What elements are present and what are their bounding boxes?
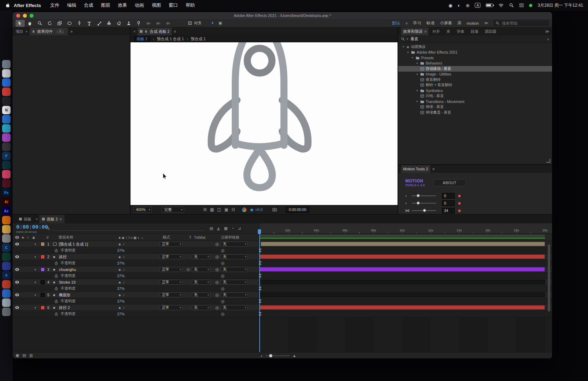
tab-2[interactable]: 库 <box>446 29 450 34</box>
offset-left-control[interactable]: ‹0 <box>398 193 552 199</box>
dock-app-07[interactable] <box>2 115 11 123</box>
twirl-icon[interactable]: ▾ <box>416 62 419 65</box>
tree-folder[interactable]: ▾Image - Utilities <box>398 72 552 77</box>
breadcrumb-item[interactable]: 预合成 1 <box>191 36 206 42</box>
twirl-icon[interactable]: ▾ <box>406 51 410 54</box>
layer-row[interactable]: ▾4★Stroke 19♣∕正常▾无▾◎无▾ <box>13 279 259 285</box>
layer-twirl[interactable]: ▾ <box>35 266 36 273</box>
header-mode[interactable]: 模式 <box>163 234 170 241</box>
playhead[interactable] <box>258 229 261 234</box>
tree-preset[interactable]: 闪电 - 垂直 <box>398 93 552 99</box>
opacity-pickwhip-icon[interactable]: ◎ <box>221 260 224 266</box>
close-tab-icon[interactable]: × <box>25 29 28 34</box>
opacity-value[interactable]: 37% <box>117 298 125 304</box>
current-time-display[interactable]: 0:00:00:00 <box>16 224 48 230</box>
layer-trkmat-dropdown[interactable]: 无▾ <box>192 305 210 310</box>
spotlight-icon[interactable] <box>509 3 514 8</box>
twirl-icon[interactable]: ▾ <box>411 56 414 59</box>
opacity-row[interactable]: 不透明度37%◎ <box>13 311 259 317</box>
tab-1[interactable]: 对齐 <box>432 29 440 34</box>
minimize-window-button[interactable] <box>23 14 27 18</box>
workspace-学习[interactable]: 学习 <box>413 20 421 26</box>
squash-control[interactable]: ⋈34 <box>398 207 552 214</box>
frame-blend-icon[interactable]: ▦ <box>224 226 228 231</box>
active-app-name[interactable]: After Effects <box>14 3 41 8</box>
offset-left-control-keyframe-dot[interactable] <box>458 195 461 197</box>
offset-left-control-icon[interactable]: ‹ <box>405 193 407 198</box>
layer-switches[interactable]: ♣∕ <box>119 304 127 311</box>
layer-name[interactable]: 路径 <box>59 254 67 260</box>
dock-app-20[interactable] <box>2 234 11 243</box>
menu-item-3[interactable]: 合成 <box>84 2 93 8</box>
layer-switches[interactable]: ♣∕ <box>119 254 127 260</box>
layer-switches[interactable]: ♣∕ <box>119 279 127 285</box>
trkmat-toggle-icon[interactable]: ⊡ <box>187 266 190 273</box>
twirl-icon[interactable]: ▾ <box>416 100 419 103</box>
dock-app-09[interactable] <box>2 133 11 142</box>
tree-preset[interactable]: 翻转 + 垂直翻转 <box>398 83 552 88</box>
squash-control-keyframe-dot[interactable] <box>458 210 461 212</box>
dock-app-08[interactable] <box>2 124 11 133</box>
workspace-小屏幕[interactable]: 小屏幕 <box>440 20 452 26</box>
apple-menu-icon[interactable] <box>5 3 10 8</box>
lock-column-icon[interactable] <box>32 234 36 241</box>
tab-project[interactable]: 项目 <box>16 29 23 34</box>
type-tool[interactable] <box>85 20 94 27</box>
dock-trash[interactable] <box>2 308 11 316</box>
dock-app-24[interactable]: A <box>2 271 11 279</box>
brush-tool[interactable] <box>95 20 104 27</box>
layer-row[interactable]: ▾6★路径 2♣∕正常▾无▾◎无▾ <box>13 304 259 311</box>
input-source-icon[interactable]: A <box>475 3 480 8</box>
transfer-controls-icon[interactable]: ▥ <box>29 353 33 358</box>
opacity-value[interactable]: 37% <box>117 260 125 266</box>
selection-tool[interactable] <box>16 20 25 27</box>
offset-right-control-value[interactable]: 0 <box>442 200 455 206</box>
layer-duration-bar[interactable] <box>259 280 545 284</box>
view-layout-icon[interactable]: ⊞ <box>203 207 207 212</box>
shape-tool[interactable] <box>65 20 74 27</box>
snapshot-camera-icon[interactable] <box>272 207 277 212</box>
puppet-pin-tool[interactable] <box>134 20 143 27</box>
header-trkmat[interactable]: TrkMat <box>194 234 205 241</box>
mask-visibility-icon[interactable]: ◫ <box>217 207 221 212</box>
zoom-out-mountain-icon[interactable]: ▲ <box>260 355 263 357</box>
panel-menu-icon[interactable]: ≡ <box>432 167 435 171</box>
layer-twirl[interactable]: ▾ <box>35 279 36 285</box>
layer-mode-dropdown[interactable]: 正常▾ <box>160 267 182 272</box>
offset-right-control-knob[interactable] <box>417 201 420 205</box>
layer-parent-dropdown[interactable]: 无▾ <box>221 305 248 310</box>
stopwatch-icon[interactable] <box>54 298 58 304</box>
layer-name[interactable]: Stroke 19 <box>59 279 75 285</box>
layer-switches[interactable]: ♣∕ <box>119 292 127 298</box>
workspace-motion[interactable]: motion <box>467 21 479 25</box>
layer-twirl[interactable]: ▾ <box>35 304 36 311</box>
layer-trkmat-dropdown[interactable]: 无▾ <box>192 292 210 297</box>
parent-pickwhip-icon[interactable]: ◎ <box>215 254 219 260</box>
dock-app-05[interactable] <box>2 97 11 105</box>
layer-visibility-toggle[interactable] <box>15 254 19 260</box>
shy-icon[interactable]: ◭ <box>217 226 220 231</box>
layer-name[interactable]: 椭圆形 <box>59 292 71 298</box>
layer-name[interactable]: 路径 2 <box>59 304 70 311</box>
menu-item-8[interactable]: 窗口 <box>169 2 178 8</box>
status-globe-icon[interactable]: ⊕ <box>466 3 469 8</box>
twirl-icon[interactable]: ▾ <box>416 73 419 76</box>
offset-right-control[interactable]: ›0 <box>398 200 552 206</box>
dock-app-photoshop[interactable]: Ps <box>2 188 11 197</box>
workspace-标准[interactable]: 标准 <box>426 20 435 26</box>
rotation-tool[interactable] <box>45 20 54 27</box>
menu-clock[interactable]: 3月28日 周一 下午12:41 <box>538 2 583 8</box>
quality-icon[interactable]: ▤ <box>210 226 213 231</box>
timeline-scrollbar[interactable] <box>548 244 550 312</box>
magnification-dropdown[interactable]: 400%▾ <box>133 207 152 213</box>
dock-app-19[interactable] <box>2 225 11 234</box>
tree-folder[interactable]: ▾Behaviors <box>398 61 552 66</box>
tab-timeline-huaban[interactable]: 画板 <box>16 215 34 223</box>
zoom-tool[interactable] <box>35 20 44 27</box>
dock-app-11[interactable]: P <box>2 152 11 160</box>
expand-layers-icon[interactable]: ▣ <box>16 353 19 358</box>
layer-duration-bar[interactable] <box>259 305 545 310</box>
tab-composition[interactable]: 合成 画板 2 <box>138 28 171 35</box>
parent-pickwhip-icon[interactable]: ◎ <box>215 292 219 298</box>
layer-twirl[interactable]: ▾ <box>35 241 36 247</box>
